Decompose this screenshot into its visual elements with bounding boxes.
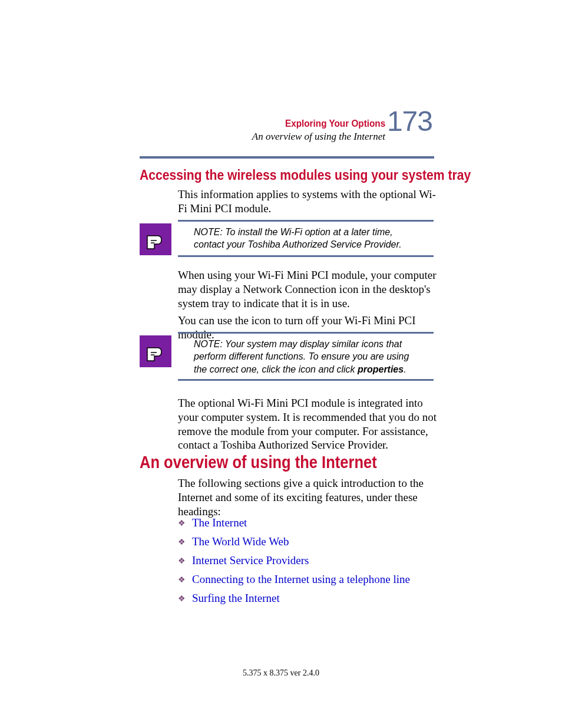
divider <box>178 379 434 381</box>
cross-reference-link[interactable]: Surfing the Internet <box>192 592 280 605</box>
bullet-icon: ❖ <box>178 535 192 549</box>
cross-reference-link[interactable]: The World Wide Web <box>192 535 289 548</box>
note-text: NOTE: Your system may display similar ic… <box>194 338 415 375</box>
body-paragraph: The following sections give a quick intr… <box>178 476 437 518</box>
list-item: ❖The World Wide Web <box>178 535 437 549</box>
cross-reference-link[interactable]: The Internet <box>192 516 247 529</box>
divider <box>140 156 434 159</box>
list-item: ❖The Internet <box>178 516 437 531</box>
note-bold-term: properties <box>358 364 404 375</box>
note-text: NOTE: To install the Wi-Fi option at a l… <box>194 226 415 251</box>
section-heading: An overview of using the Internet <box>140 453 377 472</box>
chapter-title: Exploring Your Options <box>285 118 385 130</box>
link-list: ❖The Internet ❖The World Wide Web ❖Inter… <box>178 516 437 611</box>
divider <box>178 220 434 222</box>
section-heading: Accessing the wireless modules using you… <box>140 167 471 183</box>
divider <box>178 255 434 257</box>
bullet-icon: ❖ <box>178 592 192 606</box>
cross-reference-link[interactable]: Connecting to the Internet using a telep… <box>192 573 410 586</box>
body-paragraph: When using your Wi-Fi Mini PCI module, y… <box>178 268 437 310</box>
divider <box>178 332 434 334</box>
cross-reference-link[interactable]: Internet Service Providers <box>192 554 309 567</box>
note-text-part: . <box>404 364 406 375</box>
page-number: 173 <box>387 105 432 137</box>
note-callout: NOTE: Your system may display similar ic… <box>140 332 434 388</box>
note-hand-icon <box>140 223 171 255</box>
list-item: ❖Connecting to the Internet using a tele… <box>178 573 437 587</box>
bullet-icon: ❖ <box>178 554 192 568</box>
page-footer: 5.375 x 8.375 ver 2.4.0 <box>0 668 562 678</box>
document-page: 173 Exploring Your Options An overview o… <box>0 0 562 728</box>
list-item: ❖Internet Service Providers <box>178 554 437 568</box>
list-item: ❖Surfing the Internet <box>178 592 437 606</box>
note-hand-icon <box>140 335 171 367</box>
bullet-icon: ❖ <box>178 516 192 531</box>
body-paragraph: This information applies to systems with… <box>178 187 437 216</box>
note-callout: NOTE: To install the Wi-Fi option at a l… <box>140 220 434 264</box>
bullet-icon: ❖ <box>178 573 192 587</box>
running-section-title: An overview of using the Internet <box>252 131 385 143</box>
body-paragraph: The optional Wi-Fi Mini PCI module is in… <box>178 396 437 452</box>
